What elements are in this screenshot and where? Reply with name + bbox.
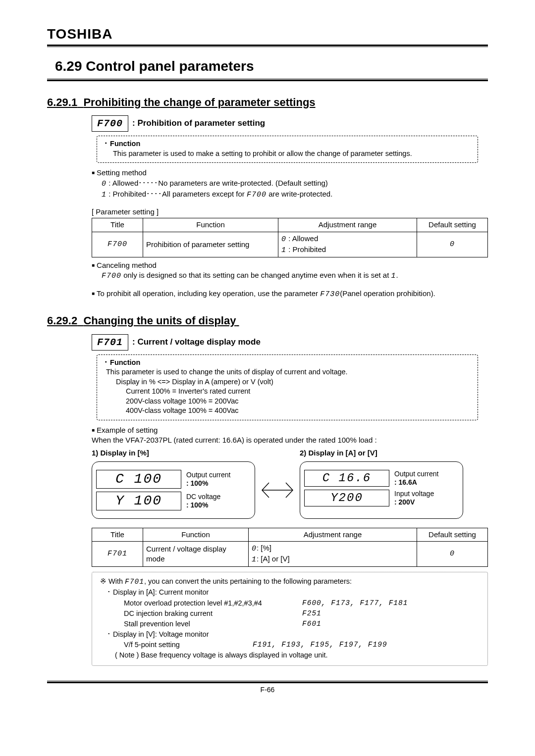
lcd-label: Output current: 16.6A bbox=[394, 470, 439, 487]
note-a2-r: F251 bbox=[302, 608, 321, 619]
param-f700-header: F700 : Prohibition of parameter setting bbox=[92, 115, 488, 132]
th-range: Adjustment range bbox=[278, 218, 417, 232]
cell-title: F700 bbox=[92, 232, 143, 257]
note-line1: ※ With F701, you can convert the units p… bbox=[100, 576, 480, 587]
lbl2: : 100% bbox=[186, 479, 208, 487]
cell-title: F701 bbox=[92, 541, 143, 567]
lcd-readout: C 16.6 bbox=[304, 470, 389, 487]
note-a3: Stall prevention level F601 bbox=[124, 619, 480, 629]
lcd-readout: C 100 bbox=[96, 470, 181, 489]
opt0-symbol: 0 bbox=[102, 180, 107, 188]
col2-head: 2) Display in [A] or [V] bbox=[300, 448, 463, 458]
rule-bot-thin bbox=[47, 681, 488, 681]
opt1-post: are write-protected. bbox=[267, 190, 332, 198]
lbl2: : 100% bbox=[186, 501, 208, 509]
note-pre: With bbox=[107, 577, 125, 585]
func-l5: 400V-class voltage 100% = 400Vac bbox=[126, 406, 471, 416]
bullet-icon: ■ bbox=[92, 427, 95, 433]
th-default: Default setting bbox=[417, 218, 488, 232]
lcd-readout: Y200 bbox=[304, 490, 389, 506]
lbl2: : 200V bbox=[394, 498, 415, 506]
range0-sym: 0 bbox=[252, 545, 257, 553]
opt0-text: : Allowed･････No parameters are write-pr… bbox=[107, 179, 328, 187]
lcd-label: Output current: 100% bbox=[186, 471, 231, 488]
sub1-head: Prohibiting the change of parameter sett… bbox=[83, 96, 315, 108]
example-block: ■Example of setting When the VFA7-2037PL… bbox=[92, 425, 488, 446]
subsection-2-title: 6.29.2 Changing the units of display bbox=[47, 313, 488, 328]
sub2-num: 6.29.2 bbox=[47, 314, 77, 327]
display-row: Y200 Input voltage: 200V bbox=[304, 490, 459, 506]
subsection-1-title: 6.29.1 Prohibiting the change of paramet… bbox=[47, 95, 488, 110]
note-a1-r: F600, F173, F177, F181 bbox=[302, 598, 408, 608]
range0-txt: : Allowed bbox=[286, 234, 318, 243]
rule-top-thin bbox=[47, 47, 488, 47]
param-table-f700: Title Function Adjustment range Default … bbox=[92, 218, 488, 257]
display-col-percent: C 100 Output current: 100% Y 100 DC volt… bbox=[92, 461, 255, 519]
func-l1: This parameter is used to change the uni… bbox=[106, 367, 471, 377]
opt1-code: F700 bbox=[247, 191, 267, 199]
note-a-head: ･ Display in [A]: Current monitor bbox=[107, 587, 480, 598]
func-l4: 200V-class voltage 100% = 200Vac bbox=[126, 397, 471, 406]
lcd-readout: Y 100 bbox=[96, 492, 181, 510]
section-number: 6.29 bbox=[55, 58, 82, 74]
page-number: F-66 bbox=[47, 685, 488, 695]
param-code-f701: F701 bbox=[92, 334, 128, 351]
function-label: ･ Function bbox=[104, 358, 471, 368]
note-sym: ※ bbox=[100, 577, 107, 585]
sub1-num: 6.29.1 bbox=[47, 96, 77, 108]
cancel-code: F700 bbox=[102, 272, 121, 280]
range0-sym: 0 bbox=[281, 235, 286, 244]
range1-txt: : Prohibited bbox=[286, 245, 326, 253]
example-text: When the VFA7-2037PL (rated current: 16.… bbox=[92, 435, 488, 445]
note-v-head: ･ Display in [V]: Voltage monitor bbox=[107, 629, 480, 640]
prohibit-post: (Panel operation prohibition). bbox=[340, 289, 435, 298]
section-heading: Control panel parameters bbox=[86, 58, 254, 74]
note-v1-r: F191, F193, F195, F197, F199 bbox=[253, 640, 387, 650]
note-a3-l: Stall prevention level bbox=[124, 619, 302, 629]
note-post: , you can convert the units pertaining t… bbox=[144, 577, 352, 585]
cancel-sym: 1 bbox=[391, 272, 396, 280]
note-a2-l: DC injection braking current bbox=[124, 608, 302, 619]
range1-sym: 1 bbox=[281, 246, 286, 254]
range1-sym: 1 bbox=[252, 555, 257, 564]
param-title-f701: : Current / voltage display mode bbox=[132, 337, 261, 348]
section-title: 6.29 Control panel parameters bbox=[55, 57, 488, 76]
table-header-row: Title Function Adjustment range Default … bbox=[92, 218, 488, 232]
example-head: Example of setting bbox=[97, 426, 158, 434]
th-function: Function bbox=[143, 218, 278, 232]
rule-sec-thick bbox=[47, 80, 488, 81]
function-text-f700: This parameter is used to make a setting… bbox=[113, 149, 471, 159]
bullet-icon: ■ bbox=[92, 170, 95, 175]
display-row: C 16.6 Output current: 16.6A bbox=[304, 470, 459, 487]
func-l3: Current 100% = Inverter's rated current bbox=[126, 387, 471, 397]
option-1-row: 1 : Prohibited････All parameters except … bbox=[102, 189, 488, 200]
cell-function: Prohibition of parameter setting bbox=[143, 232, 278, 257]
brand-logo: TOSHIBA bbox=[47, 25, 488, 44]
display-col-av: C 16.6 Output current: 16.6A Y200 Input … bbox=[300, 461, 463, 519]
function-label: ･ Function bbox=[104, 139, 471, 149]
note-v1: V/f 5-point setting F191, F193, F195, F1… bbox=[124, 640, 480, 650]
param-title-f700: : Prohibition of parameter setting bbox=[132, 118, 265, 129]
bullet-icon: ■ bbox=[92, 291, 95, 296]
cancel-line: F700 only is designed so that its settin… bbox=[102, 270, 488, 281]
cancel-period: . bbox=[396, 271, 398, 279]
range1-txt: : [A] or [V] bbox=[257, 554, 290, 563]
rule-top-thick bbox=[47, 45, 488, 46]
prohibit-block: ■To prohibit all operation, including ke… bbox=[92, 289, 488, 300]
table-row: F701 Current / voltage display mode 0: [… bbox=[92, 541, 488, 567]
note-a1: Motor overload protection level #1,#2,#3… bbox=[124, 598, 480, 608]
param-code-f700: F700 bbox=[92, 115, 128, 132]
lcd-label: DC voltage: 100% bbox=[186, 493, 220, 509]
th-title: Title bbox=[92, 528, 143, 541]
rule-sec-thin bbox=[47, 79, 488, 79]
cancel-text: only is designed so that its setting can… bbox=[121, 271, 391, 279]
prohibit-code: F730 bbox=[320, 290, 340, 299]
lbl2: : 16.6A bbox=[394, 478, 417, 486]
th-range: Adjustment range bbox=[249, 528, 417, 541]
bullet-icon: ■ bbox=[92, 262, 95, 268]
opt1-symbol: 1 bbox=[102, 191, 107, 199]
display-row: C 100 Output current: 100% bbox=[96, 470, 251, 489]
note-foot: ( Note ) Base frequency voltage is alway… bbox=[115, 650, 480, 660]
note-a2: DC injection braking current F251 bbox=[124, 608, 480, 619]
range0-txt: : [%] bbox=[257, 544, 271, 552]
